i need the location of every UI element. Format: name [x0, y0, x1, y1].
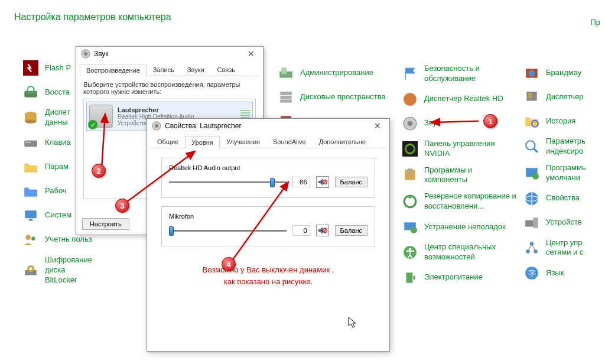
annotation-text: Возможно у Вас выключен динамик , как по… — [161, 264, 375, 287]
svg-point-41 — [526, 141, 535, 150]
svg-point-56 — [84, 52, 87, 56]
level-group-output: Realtek HD Audio output 86 Баланс — [161, 158, 375, 198]
odbc-icon — [22, 109, 39, 126]
output-level-slider[interactable] — [169, 181, 287, 183]
svg-point-31 — [411, 227, 417, 233]
mic-level-label: Mikrofon — [169, 213, 367, 220]
tab-enhancements[interactable]: Улучшения — [220, 135, 266, 148]
cp-item-troubleshoot[interactable]: Устранение неполадок — [402, 218, 517, 236]
mic-level-value: 0 — [292, 225, 310, 236]
mic-mute-button[interactable] — [316, 225, 329, 236]
cp-item-devicemgr[interactable]: Диспетчер — [523, 88, 600, 106]
firewall-icon — [523, 64, 540, 81]
configure-button[interactable]: Настроить — [82, 218, 129, 230]
mic-level-slider[interactable] — [169, 230, 287, 232]
cp-item-storage[interactable]: Дисковые пространства — [278, 88, 402, 106]
flag-icon — [402, 66, 418, 82]
recovery-icon — [22, 84, 39, 100]
close-button[interactable]: ✕ — [244, 49, 258, 58]
tab-advanced[interactable]: Дополнительно — [313, 135, 372, 148]
cp-item-nvidia[interactable]: Панель управления NVIDIA — [402, 139, 517, 159]
keyboard-icon — [22, 135, 39, 151]
output-level-value: 86 — [292, 177, 310, 187]
cp-item-programs[interactable]: Программы и компоненты — [402, 165, 517, 186]
svg-rect-7 — [25, 142, 27, 143]
svg-point-5 — [25, 119, 37, 124]
level-group-mic: Mikrofon 0 Баланс — [161, 206, 375, 246]
tab-general[interactable]: Общие — [151, 135, 185, 148]
tab-soundalive[interactable]: SoundAlive — [266, 135, 313, 148]
mic-balance-button[interactable]: Баланс — [335, 225, 367, 236]
flashplayer-icon — [22, 60, 39, 76]
speaker-icon — [402, 115, 418, 132]
page-title: Настройка параметров компьютера — [14, 12, 591, 22]
speaker-icon — [152, 121, 161, 131]
tab-playback[interactable]: Воспроизведение — [80, 64, 147, 76]
folder-icon — [22, 159, 39, 176]
svg-point-58 — [155, 124, 158, 128]
network-icon — [523, 239, 540, 256]
tab-communications[interactable]: Связь — [211, 63, 242, 76]
svg-point-22 — [404, 93, 417, 106]
svg-text:字: 字 — [528, 269, 536, 278]
svg-point-44 — [532, 173, 539, 180]
cp-item-admin[interactable]: Администрирование — [278, 64, 402, 82]
cp-item-realtekhd[interactable]: Диспетчер Realtek HD — [402, 90, 517, 108]
workfolders-icon — [22, 183, 39, 200]
tab-levels[interactable]: Уровни — [185, 136, 220, 148]
svg-point-24 — [408, 121, 413, 126]
svg-point-12 — [25, 235, 31, 240]
tab-recording[interactable]: Запись — [147, 63, 181, 76]
device-speaker-icon: ✓ — [89, 105, 113, 128]
devicemgr-icon — [523, 89, 540, 105]
properties-titlebar[interactable]: Свойства: Lautsprecher ✕ — [147, 119, 389, 133]
cp-item-firewall[interactable]: Брандмау — [523, 64, 600, 82]
language-icon: 字 — [523, 265, 540, 281]
cp-item-internetoptions[interactable]: Свойства — [523, 190, 600, 207]
cp-item-devices[interactable]: Устройств — [523, 214, 600, 232]
svg-point-37 — [529, 70, 535, 77]
accessibility-icon — [402, 244, 418, 261]
cp-item-backup[interactable]: Резервное копирование и восстановлени... — [402, 191, 517, 212]
svg-rect-18 — [280, 92, 292, 95]
globe-icon — [523, 190, 540, 207]
cp-item-indexing[interactable]: Параметрь индексиро — [523, 136, 600, 157]
output-balance-button[interactable]: Баланс — [335, 177, 367, 187]
svg-rect-9 — [30, 142, 31, 143]
cp-item-security[interactable]: Безопасность и обслуживание — [402, 64, 517, 84]
svg-rect-35 — [413, 276, 415, 280]
svg-point-13 — [31, 236, 35, 240]
svg-rect-17 — [281, 67, 287, 74]
cp-item-power[interactable]: Электропитание — [402, 269, 517, 287]
cp-item-network[interactable]: Центр упр сетями и с — [523, 238, 600, 258]
svg-rect-11 — [29, 219, 33, 220]
cp-item-sound[interactable]: Звук — [402, 115, 517, 132]
annotation-badge-4: 4 — [222, 257, 236, 271]
close-button[interactable]: ✕ — [370, 121, 385, 131]
backup-icon — [402, 193, 418, 210]
viewby-label-partial: Пр — [590, 18, 600, 27]
mouse-cursor-icon — [348, 317, 357, 329]
cp-item-filehistory[interactable]: История — [523, 112, 600, 130]
tab-sounds[interactable]: Звуки — [181, 63, 211, 76]
svg-rect-48 — [525, 220, 534, 226]
output-mute-button[interactable] — [316, 176, 329, 188]
svg-rect-15 — [28, 266, 34, 272]
sound-tabs: Воспроизведение Запись Звуки Связь — [80, 63, 259, 76]
properties-tabs: Общие Уровни Улучшения SoundAlive Дополн… — [151, 135, 386, 148]
output-level-label: Realtek HD Audio output — [169, 164, 367, 171]
svg-rect-20 — [280, 99, 292, 102]
cp-item-bitlocker[interactable]: Шифрование диска BitLocker — [22, 255, 93, 285]
annotation-badge-1: 1 — [483, 114, 497, 128]
admin-icon — [278, 64, 294, 81]
cp-item-language[interactable]: 字Язык — [523, 264, 600, 282]
playback-instruction: Выберите устройство воспроизведения, пар… — [83, 81, 256, 95]
history-icon — [523, 113, 540, 129]
sound-dialog-titlebar[interactable]: Звук ✕ — [76, 47, 263, 61]
svg-point-33 — [409, 248, 411, 250]
cp-item-accessibility[interactable]: Центр специальных возможностей — [402, 242, 517, 262]
cp-item-defaultprograms[interactable]: Программь умолчани — [523, 163, 600, 183]
default-checkmark-icon: ✓ — [88, 120, 97, 129]
svg-rect-19 — [280, 96, 292, 99]
svg-rect-39 — [528, 93, 532, 99]
